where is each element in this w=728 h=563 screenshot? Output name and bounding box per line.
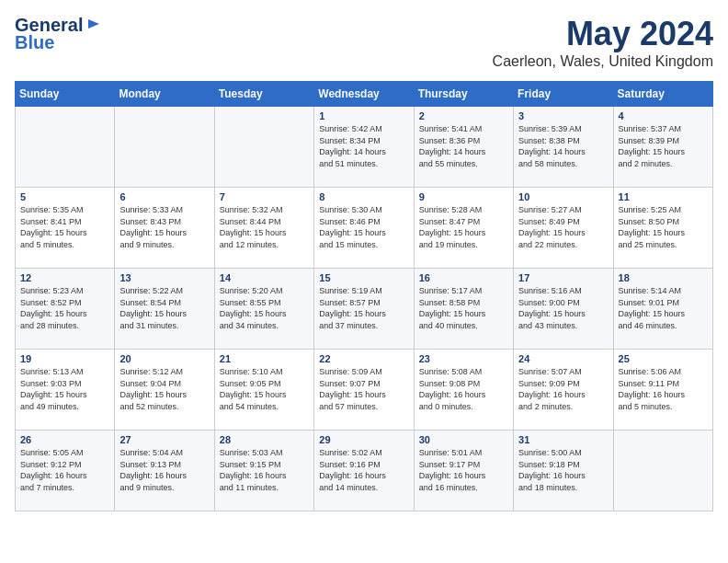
calendar-title: May 2024	[493, 15, 713, 53]
calendar-cell: 7Sunrise: 5:32 AMSunset: 8:44 PMDaylight…	[214, 188, 313, 269]
calendar-subtitle: Caerleon, Wales, United Kingdom	[493, 53, 713, 70]
day-number: 27	[119, 434, 209, 445]
day-info-line: and 22 minutes.	[518, 240, 577, 249]
day-info-line: Daylight: 16 hours	[419, 471, 486, 480]
day-number: 29	[319, 434, 408, 445]
day-info-line: Daylight: 15 hours	[220, 309, 287, 318]
day-info-line: Daylight: 15 hours	[518, 309, 586, 318]
day-info: Sunrise: 5:10 AMSunset: 9:05 PMDaylight:…	[220, 366, 309, 412]
day-info-line: Daylight: 15 hours	[619, 309, 686, 318]
calendar-body: 1Sunrise: 5:42 AMSunset: 8:34 PMDaylight…	[16, 107, 713, 511]
day-info-line: Sunrise: 5:39 AM	[518, 124, 582, 133]
day-info-line: Sunset: 9:00 PM	[518, 298, 580, 307]
header-thursday: Thursday	[414, 82, 513, 107]
calendar-cell	[115, 107, 214, 188]
day-info: Sunrise: 5:08 AMSunset: 9:08 PMDaylight:…	[419, 366, 508, 412]
calendar-cell: 1Sunrise: 5:42 AMSunset: 8:34 PMDaylight…	[314, 107, 414, 188]
day-number: 6	[119, 191, 209, 202]
day-info: Sunrise: 5:04 AMSunset: 9:13 PMDaylight:…	[119, 447, 209, 493]
day-info-line: Sunrise: 5:03 AM	[220, 448, 283, 457]
day-info-line: and 46 minutes.	[619, 321, 677, 330]
calendar-week-row: 1Sunrise: 5:42 AMSunset: 8:34 PMDaylight…	[16, 107, 713, 188]
day-info-line: and 37 minutes.	[319, 321, 378, 330]
day-info-line: Daylight: 15 hours	[619, 147, 686, 156]
day-info: Sunrise: 5:14 AMSunset: 9:01 PMDaylight:…	[619, 285, 708, 331]
day-info-line: and 2 minutes.	[518, 402, 573, 411]
calendar-cell: 22Sunrise: 5:09 AMSunset: 9:07 PMDayligh…	[314, 350, 414, 431]
day-number: 25	[619, 353, 708, 364]
header: General Blue May 2024 Caerleon, Wales, U…	[15, 15, 713, 70]
day-number: 9	[419, 191, 508, 202]
calendar-cell: 2Sunrise: 5:41 AMSunset: 8:36 PMDaylight…	[414, 107, 513, 188]
day-number: 12	[20, 272, 109, 283]
logo-text-blue: Blue	[15, 32, 54, 53]
day-info-line: Daylight: 15 hours	[20, 228, 87, 237]
day-info: Sunrise: 5:37 AMSunset: 8:39 PMDaylight:…	[619, 123, 708, 169]
day-info-line: Daylight: 16 hours	[319, 471, 386, 480]
day-info-line: Sunrise: 5:14 AM	[619, 286, 682, 295]
day-info-line: Sunset: 9:08 PM	[419, 379, 481, 388]
calendar-cell: 14Sunrise: 5:20 AMSunset: 8:55 PMDayligh…	[214, 269, 313, 350]
day-info-line: Sunset: 8:36 PM	[419, 136, 481, 145]
calendar-cell: 10Sunrise: 5:27 AMSunset: 8:49 PMDayligh…	[514, 188, 613, 269]
day-info-line: Daylight: 15 hours	[419, 228, 486, 237]
day-info-line: Sunset: 8:57 PM	[319, 298, 381, 307]
day-info-line: Daylight: 15 hours	[119, 390, 187, 399]
day-info-line: Daylight: 15 hours	[619, 228, 686, 237]
day-info-line: Sunset: 9:11 PM	[619, 379, 680, 388]
day-info-line: and 5 minutes.	[619, 402, 673, 411]
day-info-line: Sunrise: 5:28 AM	[419, 205, 483, 214]
calendar-week-row: 5Sunrise: 5:35 AMSunset: 8:41 PMDaylight…	[16, 188, 713, 269]
day-info-line: Sunset: 9:04 PM	[119, 379, 181, 388]
day-info-line: Sunset: 9:01 PM	[619, 298, 680, 307]
day-info-line: Sunset: 9:15 PM	[220, 460, 281, 469]
calendar-cell: 17Sunrise: 5:16 AMSunset: 9:00 PMDayligh…	[514, 269, 613, 350]
day-info-line: and 2 minutes.	[619, 159, 673, 168]
calendar-cell: 13Sunrise: 5:22 AMSunset: 8:54 PMDayligh…	[115, 269, 214, 350]
logo-flag-icon	[85, 17, 101, 34]
day-info-line: Daylight: 15 hours	[20, 390, 87, 399]
day-info-line: Sunrise: 5:19 AM	[319, 286, 382, 295]
day-info: Sunrise: 5:33 AMSunset: 8:43 PMDaylight:…	[119, 204, 209, 250]
day-info-line: Sunrise: 5:16 AM	[518, 286, 582, 295]
day-number: 8	[319, 191, 408, 202]
day-info-line: Sunset: 9:17 PM	[419, 460, 481, 469]
day-number: 18	[619, 272, 708, 283]
day-info-line: Sunrise: 5:30 AM	[319, 205, 382, 214]
day-info-line: and 15 minutes.	[319, 240, 378, 249]
day-number: 28	[220, 434, 309, 445]
day-info-line: Sunset: 9:05 PM	[220, 379, 281, 388]
calendar-cell: 6Sunrise: 5:33 AMSunset: 8:43 PMDaylight…	[115, 188, 214, 269]
day-number: 10	[518, 191, 608, 202]
day-info-line: Sunset: 9:07 PM	[319, 379, 381, 388]
day-info-line: Sunrise: 5:25 AM	[619, 205, 682, 214]
calendar-cell: 29Sunrise: 5:02 AMSunset: 9:16 PMDayligh…	[314, 431, 414, 511]
day-info-line: Sunset: 9:12 PM	[20, 460, 82, 469]
header-wednesday: Wednesday	[314, 82, 414, 107]
day-number: 24	[518, 353, 608, 364]
day-info-line: Daylight: 14 hours	[419, 147, 486, 156]
calendar-cell: 4Sunrise: 5:37 AMSunset: 8:39 PMDaylight…	[613, 107, 712, 188]
day-info-line: Sunset: 8:54 PM	[119, 298, 181, 307]
day-info-line: Sunset: 9:09 PM	[518, 379, 580, 388]
title-area: May 2024 Caerleon, Wales, United Kingdom	[493, 15, 713, 70]
calendar-week-row: 26Sunrise: 5:05 AMSunset: 9:12 PMDayligh…	[16, 431, 713, 511]
header-monday: Monday	[115, 82, 214, 107]
calendar-cell: 28Sunrise: 5:03 AMSunset: 9:15 PMDayligh…	[214, 431, 313, 511]
day-info-line: Daylight: 15 hours	[419, 309, 486, 318]
day-info-line: Daylight: 15 hours	[119, 309, 187, 318]
day-info-line: and 0 minutes.	[419, 402, 473, 411]
day-info-line: Daylight: 15 hours	[319, 228, 386, 237]
calendar-cell: 11Sunrise: 5:25 AMSunset: 8:50 PMDayligh…	[613, 188, 712, 269]
day-info: Sunrise: 5:30 AMSunset: 8:46 PMDaylight:…	[319, 204, 408, 250]
day-info-line: Sunset: 8:34 PM	[319, 136, 381, 145]
day-number: 21	[220, 353, 309, 364]
day-info-line: Daylight: 14 hours	[319, 147, 386, 156]
day-info: Sunrise: 5:22 AMSunset: 8:54 PMDaylight:…	[119, 285, 209, 331]
day-info-line: Sunrise: 5:13 AM	[20, 367, 84, 376]
day-info: Sunrise: 5:32 AMSunset: 8:44 PMDaylight:…	[220, 204, 309, 250]
day-number: 1	[319, 110, 408, 121]
day-number: 22	[319, 353, 408, 364]
day-info-line: Sunset: 8:46 PM	[319, 217, 381, 226]
day-info-line: and 51 minutes.	[319, 159, 378, 168]
